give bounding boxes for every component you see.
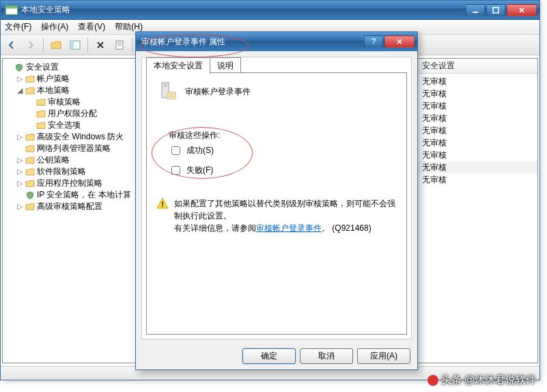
- svg-rect-11: [167, 92, 176, 99]
- svg-rect-15: [162, 206, 163, 207]
- tree-expander[interactable]: [26, 98, 36, 107]
- checkbox-success[interactable]: [171, 146, 180, 155]
- tree-expander[interactable]: [26, 122, 36, 130]
- window-title: 本地安全策略: [21, 4, 466, 16]
- dialog-title: 审核帐户登录事件 属性: [141, 36, 364, 48]
- tree-item-label[interactable]: 本地策略: [37, 85, 70, 96]
- dialog-help-button[interactable]: ?: [364, 36, 383, 48]
- tree-expander[interactable]: [26, 110, 36, 118]
- properties-button[interactable]: [111, 37, 128, 53]
- watermark: 头条 @沐沐君说软件: [427, 374, 536, 387]
- shield-icon: [14, 63, 25, 72]
- svg-rect-5: [70, 41, 74, 49]
- tree-expander[interactable]: ▷: [15, 167, 25, 176]
- menu-file[interactable]: 文件(F): [5, 21, 31, 33]
- folder-icon: [25, 156, 36, 165]
- tree-item-label[interactable]: 应用程序控制策略: [37, 178, 102, 189]
- tree-item-label[interactable]: 网络列表管理器策略: [37, 143, 111, 154]
- tree-pane[interactable]: 安全设置▷帐户策略◢本地策略 审核策略 用户权限分配 安全选项▷高级安全 Win…: [2, 58, 136, 363]
- close-button[interactable]: [507, 4, 537, 16]
- folder-icon: [25, 132, 36, 142]
- tree-item-label[interactable]: 高级审核策略配置: [37, 201, 102, 212]
- tree-expander[interactable]: ◢: [15, 86, 25, 95]
- tree-expander[interactable]: ▷: [15, 74, 25, 83]
- checkbox-success-row[interactable]: 成功(S): [169, 144, 397, 157]
- tree-expander[interactable]: ▷: [15, 179, 25, 188]
- svg-rect-2: [473, 12, 478, 13]
- titlebar[interactable]: 本地安全策略: [1, 1, 539, 20]
- event-title: 审核帐户登录事件: [185, 86, 251, 98]
- list-cell: 无审核: [418, 174, 451, 186]
- folder-icon: [25, 167, 36, 177]
- list-cell: 无审核: [418, 88, 451, 100]
- tree-item-label[interactable]: 审核策略: [48, 96, 81, 108]
- folder-icon: [25, 179, 36, 188]
- minimize-button[interactable]: [466, 4, 485, 16]
- checkbox-success-label: 成功(S): [186, 145, 214, 156]
- svg-rect-14: [162, 201, 163, 205]
- folder-icon: [36, 109, 46, 119]
- warning-icon: [156, 197, 169, 210]
- svg-rect-1: [5, 5, 18, 8]
- tree-item-label[interactable]: 用户权限分配: [48, 108, 97, 120]
- svg-rect-3: [493, 8, 499, 13]
- dialog-close-button[interactable]: [384, 36, 415, 48]
- svg-rect-10: [163, 84, 167, 87]
- list-cell: 无审核: [418, 113, 451, 124]
- app-icon: [5, 3, 18, 17]
- column-security-setting[interactable]: 安全设置: [418, 60, 459, 72]
- tree-item-label[interactable]: 帐户策略: [37, 73, 70, 85]
- list-cell: 无审核: [418, 150, 451, 161]
- tree-item-label[interactable]: 高级安全 Windows 防火: [37, 131, 124, 143]
- folder-icon: [25, 86, 36, 96]
- checkbox-failure-row[interactable]: 失败(F): [169, 164, 397, 177]
- info-text: 如果配置了其他策略以替代类别级别审核策略，则可能不会强制执行此设置。 有关详细信…: [174, 197, 397, 234]
- folder-icon: [25, 202, 36, 212]
- tab-local-security[interactable]: 本地安全设置: [146, 57, 210, 74]
- delete-button[interactable]: [92, 37, 109, 53]
- back-button[interactable]: [3, 37, 20, 53]
- cancel-button[interactable]: 取消: [300, 348, 353, 364]
- properties-dialog: 审核帐户登录事件 属性 ? 本地安全设置 说明 审核帐户登录事件 审核这些操作:…: [135, 31, 418, 370]
- audit-label: 审核这些操作:: [169, 130, 397, 141]
- tree-item-label[interactable]: 软件限制策略: [37, 166, 86, 178]
- maximize-button[interactable]: [486, 4, 505, 16]
- list-cell: 无审核: [418, 76, 451, 87]
- tree-item-label[interactable]: 公钥策略: [37, 154, 70, 166]
- list-cell: 无审核: [418, 137, 451, 149]
- folder-icon: [25, 74, 36, 84]
- watermark-logo-icon: [427, 375, 438, 386]
- tree-expander[interactable]: ▷: [15, 156, 25, 165]
- list-cell: 无审核: [418, 100, 451, 112]
- tree-item-label[interactable]: 安全选项: [48, 120, 81, 131]
- list-cell: 无审核: [418, 162, 451, 173]
- folder-icon: [25, 191, 36, 200]
- checkbox-failure-label: 失败(F): [186, 165, 213, 176]
- tree-expander[interactable]: [15, 145, 25, 153]
- info-link[interactable]: 审核帐户登录事件: [256, 223, 322, 233]
- apply-button[interactable]: 应用(A): [357, 348, 410, 364]
- folder-icon: [36, 98, 46, 107]
- checkbox-failure[interactable]: [171, 166, 180, 175]
- ok-button[interactable]: 确定: [242, 348, 296, 364]
- tree-root-label[interactable]: 安全设置: [26, 61, 59, 73]
- tree-expander[interactable]: ▷: [15, 202, 25, 211]
- tree-item-label[interactable]: IP 安全策略，在 本地计算: [37, 189, 131, 201]
- folder-icon: [25, 144, 36, 154]
- server-icon: [156, 80, 178, 104]
- tree-expander[interactable]: ▷: [15, 132, 25, 141]
- list-cell: 无审核: [418, 125, 451, 137]
- folder-icon: [36, 121, 46, 130]
- show-hide-tree-button[interactable]: [67, 37, 83, 53]
- tree-expander[interactable]: [15, 191, 25, 199]
- menu-view[interactable]: 查看(V): [78, 21, 105, 33]
- dialog-titlebar[interactable]: 审核帐户登录事件 属性 ?: [136, 32, 417, 51]
- forward-button[interactable]: [23, 37, 39, 53]
- menu-action[interactable]: 操作(A): [41, 21, 68, 33]
- up-button[interactable]: [48, 37, 64, 53]
